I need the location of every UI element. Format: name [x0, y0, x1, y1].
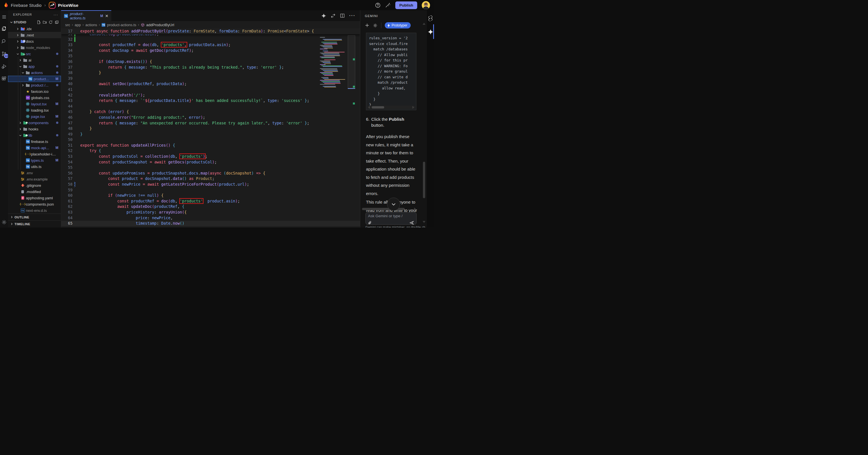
- tree-item-components[interactable]: components: [8, 120, 61, 126]
- run-debug-icon[interactable]: [0, 61, 8, 71]
- scroll-right-icon[interactable]: [414, 208, 416, 210]
- studio-section-header[interactable]: STUDIO: [8, 19, 61, 26]
- breadcrumb-src[interactable]: src: [65, 23, 70, 27]
- code-line-53[interactable]: 53 const productsCol = collection(db, 'p…: [61, 154, 360, 159]
- scroll-down-icon[interactable]: [423, 221, 426, 223]
- scroll-up-icon[interactable]: [423, 23, 426, 25]
- code-line-46[interactable]: 46 console.error("Error adding product:"…: [61, 115, 360, 120]
- tree-item-.env.example[interactable]: .env.example: [8, 176, 61, 182]
- code-line-62[interactable]: 62 await updateDoc(productRef, {: [61, 204, 360, 210]
- code-line-52[interactable]: 52 try {: [61, 148, 360, 154]
- menu-icon[interactable]: [0, 12, 8, 22]
- gemini-input-box[interactable]: [365, 212, 416, 225]
- tree-item-product-...[interactable]: product /...: [8, 82, 61, 88]
- tree-item-utils.ts[interactable]: TSutils.ts: [8, 163, 61, 170]
- code-line-59[interactable]: 59: [61, 187, 360, 193]
- tree-item-ai[interactable]: ai: [8, 57, 61, 63]
- chat-vscrollbar[interactable]: [423, 22, 425, 224]
- more-actions-icon[interactable]: ···: [349, 13, 355, 18]
- tree-item-types.ts[interactable]: TStypes.tsM: [8, 157, 61, 163]
- code-line-44[interactable]: 44: [61, 104, 360, 109]
- code-line-43[interactable]: 43 return { message: `'${productData.tit…: [61, 98, 360, 104]
- gemini-settings-gear-icon[interactable]: [373, 23, 378, 28]
- code-editor[interactable]: 17export async function addProductByUrl(…: [61, 28, 360, 228]
- code-block-hscrollbar[interactable]: [367, 105, 415, 109]
- code-line-48[interactable]: 48 }: [61, 126, 360, 131]
- code-line-58[interactable]: 58 const newPrice = await getLatestPrice…: [61, 182, 360, 187]
- scroll-left-icon[interactable]: [368, 106, 370, 109]
- scrollbar-thumb[interactable]: [423, 162, 425, 198]
- ai-sparkle-icon[interactable]: [321, 13, 326, 18]
- tree-item-loading.tsx[interactable]: loading.tsx: [8, 107, 61, 113]
- scrollbar-thumb[interactable]: [348, 35, 355, 88]
- tree-item-mock-api...[interactable]: TSmock-api...M: [8, 145, 61, 151]
- code-line-33[interactable]: 33 const productRef = doc(db, 'products'…: [61, 42, 360, 48]
- code-line-41[interactable]: 41: [61, 87, 360, 93]
- code-line-65[interactable]: 65 timestamp: Date.now(): [61, 221, 360, 226]
- tree-item-app[interactable]: app: [8, 63, 61, 69]
- new-chat-icon[interactable]: [365, 23, 369, 28]
- tree-item-firebase.ts[interactable]: TSfirebase.ts: [8, 139, 61, 145]
- breadcrumb-actions[interactable]: actions: [85, 23, 97, 27]
- tree-item-apphosting.yaml[interactable]: apphosting.yaml: [8, 195, 61, 201]
- outline-section[interactable]: OUTLINE: [8, 214, 61, 220]
- sticky-scroll-line[interactable]: 17export async function addProductByUrl(…: [61, 28, 360, 34]
- tree-item-actions[interactable]: actions: [8, 69, 61, 76]
- tree-item-product...[interactable]: TSproduct...M: [8, 76, 61, 82]
- breadcrumb-symbol[interactable]: addProductByUrl: [146, 23, 174, 27]
- code-line-60[interactable]: 60 if (newPrice !== null) {: [61, 193, 360, 199]
- source-control-icon[interactable]: 13: [0, 49, 8, 59]
- tree-item-favicon.ico[interactable]: ★favicon.ico: [8, 88, 61, 94]
- code-line-63[interactable]: 63 priceHistory: arrayUnion({: [61, 210, 360, 215]
- code-line-38[interactable]: 38 }: [61, 70, 360, 76]
- code-line-64[interactable]: 64 price: newPrice,: [61, 215, 360, 221]
- refresh-icon[interactable]: [49, 20, 53, 24]
- tree-item-next-env.d.ts[interactable]: TSnext-env.d.ts: [8, 207, 61, 214]
- new-folder-icon[interactable]: [43, 20, 47, 24]
- tab-product-actions[interactable]: TS product-actions.ts M ✕: [61, 10, 111, 21]
- code-line-47[interactable]: 47 return { message: "An unexpected erro…: [61, 120, 360, 126]
- code-line-49[interactable]: 49}: [61, 131, 360, 137]
- collapse-folders-icon[interactable]: [55, 20, 59, 24]
- explorer-more-icon[interactable]: ···: [54, 12, 58, 17]
- timeline-section[interactable]: TIMELINE: [8, 220, 61, 227]
- attach-paperclip-icon[interactable]: [368, 221, 372, 225]
- code-line-40[interactable]: 40 await setDoc(productRef, productData)…: [61, 81, 360, 87]
- breadcrumb-file[interactable]: product-actions.ts: [107, 23, 136, 27]
- explorer-icon[interactable]: [0, 24, 8, 34]
- tree-item-placeholder-im...[interactable]: {··}placeholder-im...: [8, 151, 61, 157]
- tree-item-.idx[interactable]: .idx: [8, 26, 61, 32]
- tree-item-.next[interactable]: .next: [8, 32, 61, 38]
- code-line-37[interactable]: 37 return { message: "This product is al…: [61, 65, 360, 70]
- code-line-36[interactable]: 36 if (docSnap.exists()) {: [61, 59, 360, 65]
- tree-item-lib[interactable]: lib: [8, 132, 61, 139]
- code-line-42[interactable]: 42 revalidatePath('/');: [61, 93, 360, 98]
- tab-close-icon[interactable]: ✕: [105, 14, 108, 18]
- help-icon[interactable]: [375, 2, 380, 8]
- extensions-icon[interactable]: [0, 74, 8, 84]
- tree-item-.modified[interactable]: .modified: [8, 188, 61, 195]
- gemini-input[interactable]: [368, 214, 414, 219]
- tree-item-docs[interactable]: docs: [8, 38, 61, 44]
- code-line-56[interactable]: 56 const updatePromises = productSnapsho…: [61, 171, 360, 176]
- tree-item-src[interactable]: <>src: [8, 51, 61, 57]
- send-icon[interactable]: [409, 221, 414, 225]
- settings-gear-icon[interactable]: [0, 217, 8, 227]
- code-line-55[interactable]: 55: [61, 165, 360, 171]
- minimap[interactable]: [319, 28, 347, 228]
- prototyper-badge[interactable]: Prototyper: [385, 22, 411, 28]
- scrollbar-thumb[interactable]: [372, 106, 384, 109]
- tree-item-.gitignore[interactable]: .gitignore: [8, 182, 61, 188]
- magic-wand-icon[interactable]: [385, 2, 391, 8]
- tree-item-node-modules[interactable]: node_modules: [8, 44, 61, 51]
- publish-button[interactable]: Publish: [395, 1, 417, 9]
- code-line-50[interactable]: 50: [61, 137, 360, 143]
- code-line-61[interactable]: 61 const productRef = doc(db, 'products'…: [61, 199, 360, 204]
- code-line-32[interactable]: 32: [61, 37, 360, 42]
- search-icon[interactable]: [0, 36, 8, 46]
- firestore-rules-code-block[interactable]: rules_version = '2 service cloud.fire ma…: [366, 33, 416, 110]
- tree-item-page.tsx[interactable]: page.tsxM: [8, 113, 61, 120]
- new-file-icon[interactable]: [37, 20, 41, 24]
- code-line-57[interactable]: 57 const product = docSnapshot.data() as…: [61, 176, 360, 182]
- code-line-35[interactable]: 35: [61, 53, 360, 59]
